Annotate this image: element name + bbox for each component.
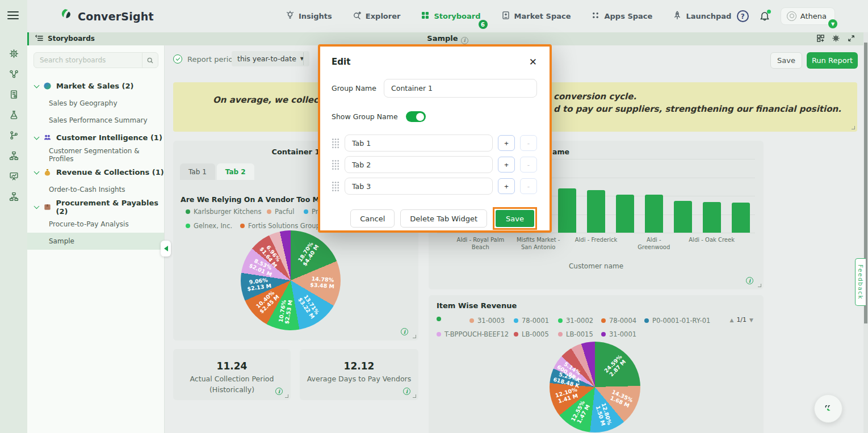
add-tab-button[interactable]: + <box>498 157 515 173</box>
legend-item[interactable]: T-BPPOUCH-BEEF12 <box>437 330 509 338</box>
tree-item-procure-to-pay-analysis[interactable]: Procure-to-Pay Analysis <box>27 216 164 233</box>
bar[interactable] <box>703 202 721 233</box>
storyboards-tree: Market & Sales (2)Sales by GeographySale… <box>27 77 164 250</box>
document-icon[interactable] <box>9 90 19 99</box>
nav-item-explorer[interactable]: Explorer <box>353 11 401 22</box>
resize-handle[interactable] <box>413 394 416 398</box>
nav-item-market-space[interactable]: Market Space <box>501 11 571 22</box>
notifications-bell-icon[interactable] <box>759 11 770 22</box>
vendor-pie-chart[interactable]: 18.70%$4.40 M14.78%$3.48 M13.71%$3.22 M1… <box>241 230 341 330</box>
tree-group-2[interactable]: Revenue & Collections (1) <box>27 163 164 181</box>
legend-item[interactable]: Karlsburger Kitchens <box>186 208 261 216</box>
add-tab-button[interactable]: + <box>498 178 515 194</box>
tree-group-3[interactable]: Procurement & Payables (2) <box>27 198 164 216</box>
tab-name-input[interactable] <box>345 178 493 195</box>
legend-item[interactable]: 78-0004 <box>601 317 636 325</box>
legend-item[interactable]: LB-0015 <box>558 330 593 338</box>
tree-item-order-to-cash-insights[interactable]: Order-to-Cash Insights <box>27 181 164 198</box>
item-pie-chart[interactable]: 24.59%2.87 M14.35%1.68 M12.80%1.50 M12.5… <box>550 342 640 432</box>
bar[interactable] <box>558 188 576 233</box>
branch-icon[interactable] <box>9 131 19 140</box>
legend-item[interactable] <box>437 317 445 321</box>
bar[interactable] <box>616 195 634 233</box>
save-button[interactable]: Save <box>770 52 802 69</box>
legend-item[interactable]: 78-0001 <box>514 317 549 325</box>
cancel-button[interactable]: Cancel <box>350 209 395 228</box>
tab-name-input[interactable] <box>345 134 493 152</box>
assistant-float-button[interactable] <box>814 394 842 423</box>
hierarchy-icon[interactable] <box>9 69 19 79</box>
legend-item[interactable]: Pr <box>304 208 318 216</box>
legend-item[interactable]: Gelnex, Inc. <box>186 222 232 230</box>
group-name-input[interactable] <box>384 79 537 98</box>
remove-tab-button[interactable]: - <box>520 135 537 151</box>
title-info-icon[interactable]: i <box>461 37 468 44</box>
nav-item-launchpad[interactable]: Launchpad <box>673 11 731 22</box>
hamburger-menu-icon[interactable] <box>7 11 19 19</box>
legend-item[interactable]: P0-0001-01-RY-01 <box>644 317 710 325</box>
info-icon[interactable]: i <box>746 277 753 284</box>
nav-item-apps-space[interactable]: Apps Space <box>591 11 652 22</box>
brand[interactable]: ConverSight <box>59 8 154 25</box>
add-widget-icon[interactable] <box>816 34 825 43</box>
legend-item[interactable]: LB-0005 <box>514 330 549 338</box>
nav-item-storyboard[interactable]: Storyboard6 <box>421 11 480 22</box>
bar[interactable] <box>587 190 605 233</box>
gear-icon[interactable] <box>9 49 19 58</box>
legend-item[interactable]: Pacful <box>267 208 294 216</box>
page-title: Samplei <box>27 34 868 44</box>
legend-item[interactable]: 31-0001 <box>601 330 636 338</box>
nav-item-insights[interactable]: Insights <box>286 11 332 22</box>
show-group-name-toggle[interactable] <box>406 111 426 122</box>
tree-item-sample[interactable]: Sample <box>27 233 164 250</box>
info-icon[interactable]: i <box>275 388 283 395</box>
close-icon[interactable]: ✕ <box>529 57 537 67</box>
legend-item[interactable]: 31-0003 <box>469 317 505 325</box>
tree-item-sales-by-geography[interactable]: Sales by Geography <box>27 95 164 112</box>
run-report-button[interactable]: Run Report <box>807 52 858 69</box>
bar[interactable] <box>674 201 692 233</box>
tree-item-sales-performance-summary[interactable]: Sales Performance Summary <box>27 112 164 129</box>
page-up-icon[interactable]: ▲ <box>729 317 733 323</box>
drag-handle-icon[interactable] <box>332 159 339 170</box>
page-down-icon[interactable]: ▼ <box>749 317 753 323</box>
bar[interactable] <box>732 203 750 233</box>
drag-handle-icon[interactable] <box>332 181 339 192</box>
tab-name-input[interactable] <box>345 156 493 173</box>
tree-group-1[interactable]: Customer Intelligence (1) <box>27 129 164 146</box>
legend-pagination[interactable]: ▲ 1/1 ▼ <box>729 316 753 323</box>
help-icon[interactable]: ? <box>737 10 749 22</box>
add-tab-button[interactable]: + <box>498 135 515 151</box>
resize-handle[interactable] <box>852 126 855 129</box>
report-period-checkbox[interactable] <box>173 54 182 64</box>
expand-icon[interactable] <box>847 34 856 43</box>
info-icon[interactable]: i <box>401 328 408 335</box>
remove-tab-button[interactable]: - <box>520 157 537 173</box>
legend-item[interactable]: 31-0002 <box>558 317 593 325</box>
legend-label: 78-0004 <box>609 317 636 325</box>
resize-handle[interactable] <box>285 394 288 398</box>
search-input[interactable] <box>34 56 142 64</box>
remove-tab-button[interactable]: - <box>520 178 537 194</box>
delete-tab-widget-button[interactable]: Delete Tab Widget <box>400 209 487 228</box>
search-icon[interactable] <box>142 53 158 68</box>
sidebar-collapse-handle[interactable] <box>161 241 171 257</box>
info-icon[interactable]: i <box>403 388 410 395</box>
tab-tab-2[interactable]: Tab 2 <box>217 163 254 180</box>
bar[interactable] <box>645 195 663 233</box>
modal-save-button[interactable]: Save <box>496 210 534 227</box>
workflow-icon[interactable] <box>9 192 19 201</box>
feedback-tab[interactable]: Feedback <box>855 258 866 306</box>
resize-handle[interactable] <box>413 335 416 338</box>
drag-handle-icon[interactable] <box>332 138 339 149</box>
tree-item-customer-segmentation-profiles[interactable]: Customer Segmentation & Profiles <box>27 146 164 163</box>
user-menu[interactable]: Athena ▼ <box>781 7 835 25</box>
tree-group-0[interactable]: Market & Sales (2) <box>27 77 164 95</box>
presentation-icon[interactable] <box>9 171 19 181</box>
settings-gear-icon[interactable] <box>832 34 840 43</box>
resize-handle[interactable] <box>758 284 761 287</box>
flask-icon[interactable] <box>9 110 19 120</box>
period-dropdown[interactable]: this year-to-date▼ <box>232 51 309 66</box>
tab-tab-1[interactable]: Tab 1 <box>180 163 215 180</box>
sitemap-icon[interactable] <box>9 151 19 161</box>
